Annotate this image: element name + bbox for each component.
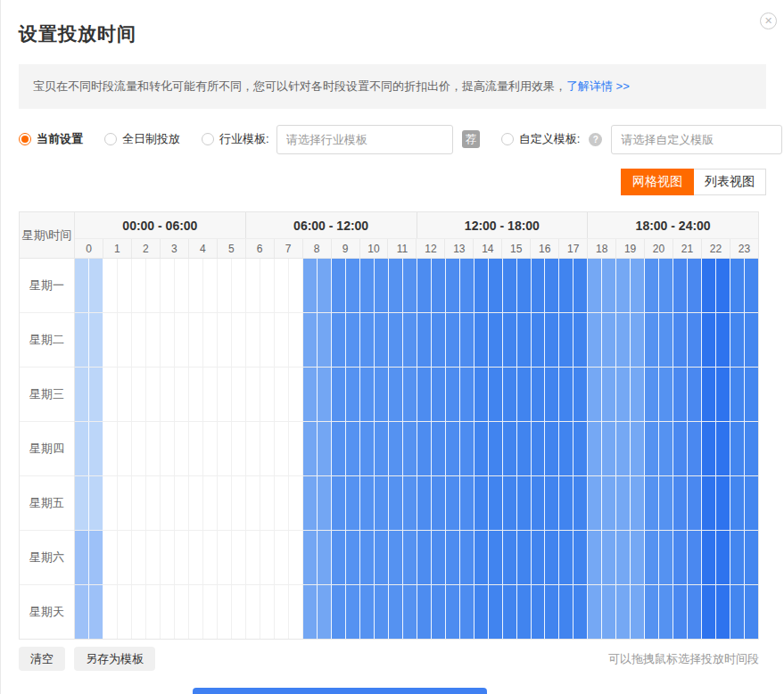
schedule-cell[interactable] (232, 422, 246, 475)
schedule-cell[interactable] (702, 422, 716, 475)
schedule-cell[interactable] (189, 585, 203, 639)
schedule-cell[interactable] (403, 585, 417, 639)
schedule-cell[interactable] (489, 368, 503, 421)
schedule-cell[interactable] (103, 259, 118, 312)
schedule-cell[interactable] (475, 476, 489, 530)
schedule-cell[interactable] (545, 313, 559, 367)
schedule-cell[interactable] (375, 476, 389, 530)
schedule-cell[interactable] (645, 368, 659, 421)
save-as-template-button[interactable]: 另存为模板 (74, 647, 155, 671)
schedule-cell[interactable] (161, 531, 175, 584)
schedule-cell[interactable] (203, 585, 218, 639)
schedule-cell[interactable] (602, 585, 616, 639)
schedule-cell[interactable] (559, 259, 574, 312)
schedule-cell[interactable] (417, 259, 432, 312)
schedule-cell[interactable] (132, 422, 146, 475)
schedule-cell[interactable] (175, 313, 189, 367)
schedule-cell[interactable] (260, 422, 275, 475)
schedule-cell[interactable] (659, 259, 673, 312)
schedule-cell[interactable] (360, 476, 375, 530)
schedule-cell[interactable] (132, 313, 146, 367)
schedule-cell[interactable] (161, 476, 175, 530)
schedule-cell[interactable] (489, 313, 503, 367)
schedule-cell[interactable] (189, 422, 203, 475)
schedule-cell[interactable] (460, 531, 475, 584)
schedule-cell[interactable] (517, 259, 532, 312)
schedule-cell[interactable] (89, 476, 103, 530)
schedule-cell[interactable] (432, 259, 446, 312)
schedule-cell[interactable] (446, 476, 460, 530)
schedule-cell[interactable] (303, 585, 318, 639)
schedule-cell[interactable] (303, 422, 318, 475)
schedule-cell[interactable] (318, 422, 332, 475)
schedule-cell[interactable] (574, 422, 588, 475)
schedule-cell[interactable] (403, 259, 417, 312)
schedule-cell[interactable] (460, 422, 475, 475)
schedule-cell[interactable] (375, 422, 389, 475)
schedule-cell[interactable] (417, 313, 432, 367)
schedule-cell[interactable] (275, 585, 289, 639)
schedule-cell[interactable] (118, 531, 132, 584)
schedule-cell[interactable] (346, 531, 360, 584)
schedule-cell[interactable] (673, 585, 688, 639)
schedule-cell[interactable] (616, 422, 631, 475)
schedule-cell[interactable] (318, 585, 332, 639)
schedule-cell[interactable] (631, 422, 645, 475)
schedule-cell[interactable] (175, 259, 189, 312)
schedule-cell[interactable] (745, 476, 758, 530)
schedule-cell[interactable] (375, 585, 389, 639)
schedule-cell[interactable] (132, 531, 146, 584)
schedule-cell[interactable] (532, 585, 546, 639)
radio-fullday-delivery[interactable]: 全日制投放 (104, 131, 180, 147)
schedule-cell[interactable] (489, 422, 503, 475)
schedule-cell[interactable] (389, 259, 403, 312)
schedule-cell[interactable] (432, 476, 446, 530)
schedule-cell[interactable] (403, 476, 417, 530)
schedule-cell[interactable] (432, 313, 446, 367)
schedule-cell[interactable] (246, 368, 260, 421)
schedule-cell[interactable] (659, 368, 673, 421)
schedule-cell[interactable] (616, 368, 631, 421)
bottom-button-edge[interactable] (193, 688, 487, 694)
schedule-cell[interactable] (232, 585, 246, 639)
schedule-cell[interactable] (332, 422, 346, 475)
schedule-cell[interactable] (645, 313, 659, 367)
schedule-cell[interactable] (545, 259, 559, 312)
schedule-cell[interactable] (631, 531, 645, 584)
schedule-cell[interactable] (588, 368, 602, 421)
schedule-cell[interactable] (375, 368, 389, 421)
schedule-cell[interactable] (545, 368, 559, 421)
clear-button[interactable]: 清空 (19, 647, 65, 671)
schedule-cell[interactable] (532, 313, 546, 367)
schedule-cell[interactable] (559, 531, 574, 584)
schedule-cell[interactable] (559, 313, 574, 367)
schedule-cell[interactable] (118, 313, 132, 367)
schedule-cell[interactable] (588, 585, 602, 639)
schedule-cell[interactable] (745, 368, 758, 421)
schedule-cell[interactable] (89, 259, 103, 312)
schedule-cell[interactable] (289, 422, 303, 475)
schedule-cell[interactable] (318, 313, 332, 367)
schedule-cell[interactable] (602, 259, 616, 312)
schedule-cell[interactable] (559, 368, 574, 421)
schedule-cell[interactable] (460, 476, 475, 530)
schedule-cell[interactable] (659, 313, 673, 367)
schedule-cell[interactable] (673, 368, 688, 421)
schedule-cell[interactable] (275, 476, 289, 530)
schedule-cell[interactable] (659, 422, 673, 475)
schedule-cell[interactable] (574, 259, 588, 312)
schedule-cell[interactable] (446, 313, 460, 367)
schedule-cell[interactable] (702, 368, 716, 421)
schedule-cell[interactable] (475, 259, 489, 312)
schedule-cell[interactable] (232, 368, 246, 421)
schedule-cell[interactable] (189, 259, 203, 312)
schedule-cell[interactable] (332, 585, 346, 639)
schedule-cell[interactable] (260, 259, 275, 312)
schedule-cell[interactable] (360, 368, 375, 421)
schedule-cell[interactable] (161, 422, 175, 475)
learn-more-link[interactable]: 了解详情 >> (566, 79, 630, 93)
schedule-cell[interactable] (232, 476, 246, 530)
schedule-cell[interactable] (332, 476, 346, 530)
schedule-cell[interactable] (588, 422, 602, 475)
schedule-cell[interactable] (161, 313, 175, 367)
